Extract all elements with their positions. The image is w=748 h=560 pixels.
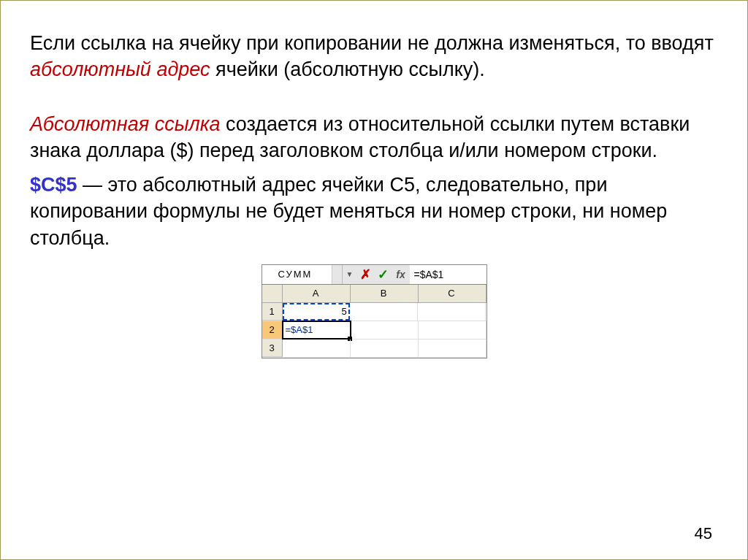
- formula-input[interactable]: =$A$1: [410, 265, 486, 284]
- formula-bar: СУММ ▼ ✗ ✓ fx =$A$1: [262, 264, 487, 285]
- p1-text2: ячейки (абсолютную ссылку).: [210, 58, 485, 80]
- dropdown-icon[interactable]: ▼: [343, 265, 357, 284]
- name-box-divider: [332, 265, 342, 284]
- p2-emphasis: Абсолютная ссылка: [30, 113, 221, 135]
- cell-b3[interactable]: [351, 340, 419, 357]
- confirm-icon: ✓: [378, 266, 389, 283]
- name-box-value: СУММ: [278, 268, 313, 281]
- cell-a2-value: =$A$1: [286, 323, 313, 337]
- confirm-button[interactable]: ✓: [375, 265, 392, 284]
- p3-strong: $C$5: [30, 174, 77, 196]
- cell-a3[interactable]: [283, 340, 351, 357]
- cancel-button[interactable]: ✗: [357, 265, 375, 284]
- cell-c3[interactable]: [419, 340, 486, 357]
- table-row: 3: [262, 340, 486, 358]
- cell-c2[interactable]: [419, 321, 486, 339]
- table-row: 1 5: [262, 303, 486, 321]
- paragraph-2: Абсолютная ссылка создается из относител…: [30, 111, 718, 164]
- formula-buttons: ✗ ✓ fx: [357, 265, 410, 284]
- column-header-row: A B C: [262, 285, 486, 303]
- paragraph-3: $C$5 — это абсолютный адрес ячейки С5, с…: [30, 172, 718, 251]
- cell-a2[interactable]: =$A$1: [283, 321, 351, 339]
- spreadsheet-grid: A B C 1 5 2 =$A$1 3: [262, 285, 487, 358]
- row-header-2[interactable]: 2: [262, 321, 283, 339]
- cell-b1[interactable]: [350, 303, 418, 321]
- formula-text: =$A$1: [414, 268, 444, 282]
- cell-c1[interactable]: [418, 303, 486, 321]
- name-box[interactable]: СУММ: [262, 265, 343, 284]
- p3-text1: — это абсолютный адрес ячейки С5, следов…: [30, 174, 667, 249]
- row-header-1[interactable]: 1: [262, 303, 283, 321]
- fx-button[interactable]: fx: [392, 265, 410, 284]
- col-header-b[interactable]: B: [351, 285, 419, 302]
- cell-a1-value: 5: [342, 305, 347, 318]
- fx-label: fx: [396, 268, 405, 282]
- excel-figure: СУММ ▼ ✗ ✓ fx =$A$1 A B C 1 5: [262, 264, 487, 358]
- col-header-c[interactable]: C: [419, 285, 486, 302]
- paragraph-1: Если ссылка на ячейку при копировании не…: [30, 30, 718, 83]
- cell-b2[interactable]: [351, 321, 419, 339]
- col-header-a[interactable]: A: [283, 285, 351, 302]
- p1-text1: Если ссылка на ячейку при копировании не…: [30, 32, 714, 54]
- cancel-icon: ✗: [360, 266, 371, 283]
- page-number: 45: [695, 524, 712, 543]
- cell-a1[interactable]: 5: [283, 303, 350, 321]
- table-row: 2 =$A$1: [262, 321, 486, 340]
- p1-emphasis: абсолютный адрес: [30, 58, 210, 80]
- row-header-3[interactable]: 3: [262, 340, 283, 357]
- select-all-corner[interactable]: [262, 285, 283, 302]
